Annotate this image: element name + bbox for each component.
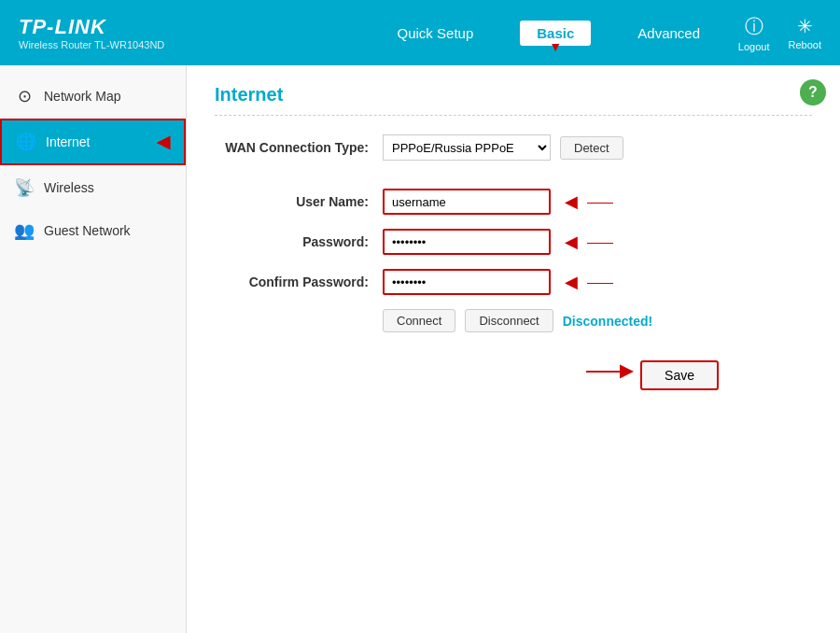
wan-type-select[interactable]: PPPoE/Russia PPPoE Dynamic IP Static IP … xyxy=(383,134,551,161)
password-label: Password: xyxy=(215,234,383,249)
sidebar-item-guest-network[interactable]: 👥 Guest Network xyxy=(0,209,186,252)
wireless-icon: 📡 xyxy=(14,177,35,198)
username-arrow2: —— xyxy=(587,194,613,209)
nav-advanced[interactable]: Advanced xyxy=(628,21,709,46)
confirm-arrow: ◀ xyxy=(565,272,578,292)
network-map-icon: ⊙ xyxy=(14,86,35,106)
logout-label: Logout xyxy=(738,41,770,52)
sidebar-label-internet: Internet xyxy=(46,134,90,149)
confirm-arrow2: —— xyxy=(587,274,613,289)
connection-action-row: Connect Disconnect Disconnected! xyxy=(215,309,812,332)
content-area: Internet WAN Connection Type: PPPoE/Russ… xyxy=(187,65,840,633)
password-row: Password: ◀ —— xyxy=(215,229,812,255)
detect-button[interactable]: Detect xyxy=(560,136,623,160)
password-arrow: ◀ xyxy=(565,232,578,252)
sidebar-item-wireless[interactable]: 📡 Wireless xyxy=(0,166,186,209)
reboot-icon: ✳ xyxy=(797,15,813,37)
internet-icon: 🌐 xyxy=(16,132,36,152)
sidebar-arrow: ◀ xyxy=(157,132,170,152)
reboot-button[interactable]: ✳ Reboot xyxy=(789,15,821,50)
sidebar-item-internet[interactable]: 🌐 Internet ◀ xyxy=(0,119,186,165)
header-actions: ⓘ Logout ✳ Reboot xyxy=(738,0,821,65)
username-arrow: ◀ xyxy=(565,191,578,212)
main-nav: Quick Setup Basic ▼ Advanced xyxy=(388,21,709,46)
help-icon[interactable]: ? xyxy=(800,79,826,106)
password-arrow2: —— xyxy=(587,234,613,249)
sidebar-item-network-map[interactable]: ⊙ Network Map xyxy=(0,75,186,118)
logo: TP-LINK Wireless Router TL-WR1043ND xyxy=(19,15,164,50)
page-title: Internet xyxy=(215,84,812,116)
logout-icon: ⓘ xyxy=(745,14,763,39)
save-button[interactable]: Save xyxy=(640,360,719,390)
password-input[interactable] xyxy=(383,229,551,255)
brand-name: TP-LINK xyxy=(19,15,164,39)
disconnect-button[interactable]: Disconnect xyxy=(465,309,553,332)
wan-connection-row: WAN Connection Type: PPPoE/Russia PPPoE … xyxy=(215,134,812,161)
header: TP-LINK Wireless Router TL-WR1043ND Quic… xyxy=(0,0,840,65)
brand-subtitle: Wireless Router TL-WR1043ND xyxy=(19,39,164,50)
connect-button[interactable]: Connect xyxy=(383,309,455,332)
confirm-label: Confirm Password: xyxy=(215,274,383,289)
wan-control: PPPoE/Russia PPPoE Dynamic IP Static IP … xyxy=(383,134,623,161)
nav-arrow: ▼ xyxy=(549,39,562,54)
username-row: User Name: ◀ —— xyxy=(215,189,812,215)
confirm-control: ◀ —— xyxy=(383,269,613,295)
reboot-label: Reboot xyxy=(789,39,821,50)
confirm-password-input[interactable] xyxy=(383,269,551,295)
connection-status: Disconnected! xyxy=(563,314,652,329)
logout-button[interactable]: ⓘ Logout xyxy=(738,14,770,52)
save-row: ——▶ Save xyxy=(215,360,812,390)
username-label: User Name: xyxy=(215,194,383,209)
save-arrow: ——▶ xyxy=(586,360,633,390)
wan-label: WAN Connection Type: xyxy=(215,140,383,155)
sidebar-label-guest-network: Guest Network xyxy=(44,223,131,238)
username-control: ◀ —— xyxy=(383,189,613,215)
sidebar-label-wireless: Wireless xyxy=(44,180,94,195)
username-input[interactable] xyxy=(383,189,551,215)
main-layout: ⊙ Network Map 🌐 Internet ◀ 📡 Wireless 👥 … xyxy=(0,65,840,633)
sidebar-label-network-map: Network Map xyxy=(44,89,120,104)
guest-network-icon: 👥 xyxy=(14,220,35,241)
confirm-password-row: Confirm Password: ◀ —— xyxy=(215,269,812,295)
password-control: ◀ —— xyxy=(383,229,613,255)
sidebar: ⊙ Network Map 🌐 Internet ◀ 📡 Wireless 👥 … xyxy=(0,65,187,633)
nav-quick-setup[interactable]: Quick Setup xyxy=(388,21,483,46)
